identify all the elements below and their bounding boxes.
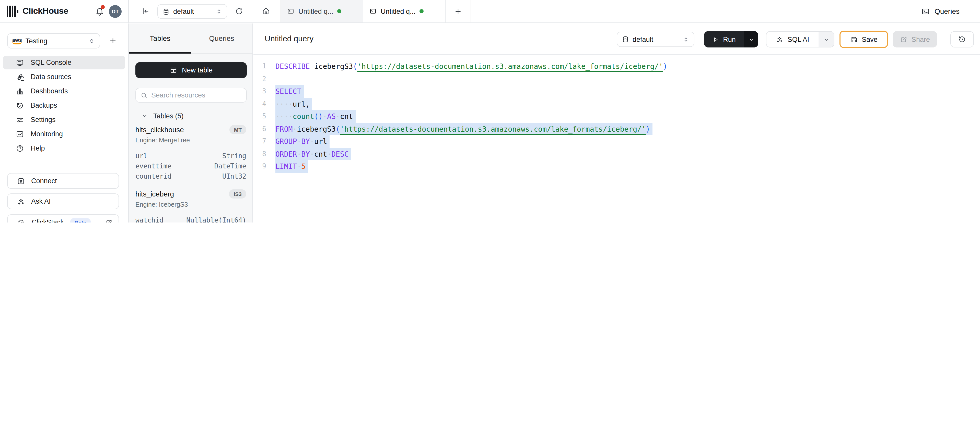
query-history-button[interactable] [950,31,974,48]
monitoring-icon [16,130,24,138]
editor-database-selector[interactable]: default [617,32,694,47]
sparkles-icon [17,197,25,206]
token-pn: ) [646,125,650,133]
save-button[interactable]: Save [840,31,888,48]
home-icon[interactable] [262,6,270,15]
query-tab-1[interactable]: Untitled q... [280,0,363,22]
backups-icon [16,101,24,109]
sidebar-item-label: SQL Console [31,59,72,67]
sidebar-item-label: Help [31,144,45,152]
editor-database-value: default [633,35,653,43]
token-ws: ···· [275,100,293,108]
sidebar-item-sql-console[interactable]: SQL Console [3,55,125,70]
sql-ai-caret[interactable] [819,32,834,47]
selection-highlight: ····url, [275,98,312,110]
code-text: DESCRIBE icebergS3('https://datasets-doc… [266,60,667,73]
sql-ai-button[interactable]: SQL AI [766,31,834,48]
sidebar-item-data-sources[interactable]: Data sources [3,70,125,84]
sidebar-item-settings[interactable]: Settings [3,113,125,127]
selection-highlight: LIMIT·5 [275,160,308,173]
code-text [266,73,275,85]
token-id: cnt [340,112,353,120]
aws-logo-icon: aws [12,38,22,44]
token-id: url [314,137,327,146]
code-text: GROUP·BY·url [266,135,329,148]
token-ws: · [336,112,340,120]
sql-ai-label: SQL AI [788,35,809,43]
token-ws: · [310,137,314,146]
token-kw: GROUP [275,137,297,146]
column-name: watchid [135,216,164,223]
resources-tabs: TablesQueries [129,24,252,54]
sidebar-item-dashboards[interactable]: Dashboards [3,84,125,98]
token-strl: 'https://datasets-documentation.s3.amazo… [357,62,663,70]
token-num: 5 [301,162,305,171]
sql-editor[interactable]: 1DESCRIBE icebergS3('https://datasets-do… [253,55,980,223]
ask-ai-label: Ask AI [31,198,51,205]
query-tab-2[interactable]: Untitled q... [363,0,445,22]
unsaved-indicator-dot [420,9,424,13]
tables-group-header[interactable]: Tables (5) [142,111,184,120]
resources-tab-tables[interactable]: Tables [129,24,191,53]
engine-badge: IS3 [229,189,246,198]
resources-tab-queries[interactable]: Queries [191,24,252,53]
token-ws: · [327,150,331,158]
resources-search[interactable] [135,88,247,103]
resources-search-input[interactable] [151,91,242,99]
code-text: SELECT [266,85,304,98]
ask-ai-button[interactable]: Ask AI [7,193,119,209]
share-button: Share [892,31,937,48]
clickstack-button[interactable]: ClickStack Beta [7,214,119,223]
new-table-button[interactable]: New table [135,62,247,78]
code-line-7: 7GROUP·BY·url [253,135,980,148]
clickhouse-logo-icon [6,6,18,17]
new-tab-button[interactable] [445,0,471,22]
table-name[interactable]: hits_clickhouse [135,125,184,134]
sidebar-item-label: Settings [31,116,56,124]
save-label: Save [862,35,878,43]
external-link-icon [105,219,112,223]
token-pn: ) [663,62,667,70]
play-icon [712,36,719,43]
dashboards-icon [16,87,24,95]
run-options-caret[interactable] [744,31,758,48]
sidebar-item-backups[interactable]: Backups [3,98,125,112]
console-icon [16,59,24,67]
avatar[interactable]: DT [109,5,122,17]
table-engine: Engine: IcebergS3 [135,201,246,210]
notification-dot [101,5,105,9]
workspace-selector[interactable]: aws Testing [7,33,100,49]
queries-label: Queries [934,7,959,15]
sidebar-item-label: Backups [31,101,57,109]
database-icon [622,36,629,43]
queries-link[interactable]: Queries [921,0,959,22]
run-button[interactable]: Run [704,31,758,48]
column-name: eventtime [135,162,172,170]
collapse-sidebar-icon[interactable] [142,7,150,15]
main-panel: Untitled query default Run SQL AI [253,24,980,223]
line-number: 2 [253,73,266,85]
updown-chevrons-icon [682,36,689,43]
chevron-down-icon [142,113,148,119]
token-kw: LIMIT [275,162,297,171]
sidebar-item-help[interactable]: Help [3,141,125,155]
share-icon [900,35,907,43]
main-sidebar: aws Testing SQL ConsoleData sourcesDashb… [0,24,129,223]
database-selector[interactable]: default [158,4,228,19]
table-name[interactable]: hits_iceberg [135,190,174,198]
refresh-icon[interactable] [235,7,243,15]
sidebar-item-monitoring[interactable]: Monitoring [3,127,125,141]
add-service-button[interactable] [109,37,117,45]
resources-panel: TablesQueries New table Tables (5) hits_… [129,24,253,223]
query-title[interactable]: Untitled query [265,34,313,43]
notifications-bell-icon[interactable] [95,6,104,16]
search-icon [140,92,148,99]
selection-highlight: GROUP·BY·url [275,135,329,148]
terminal-icon [369,8,377,15]
token-ws: · [323,112,327,120]
connect-button[interactable]: Connect [7,173,119,189]
share-label: Share [912,35,930,43]
table-engine: Engine: MergeTree [135,137,246,146]
top-bar: default Untitled q...Untitled q... Queri… [129,0,980,23]
token-id: icebergS3 [297,125,336,133]
